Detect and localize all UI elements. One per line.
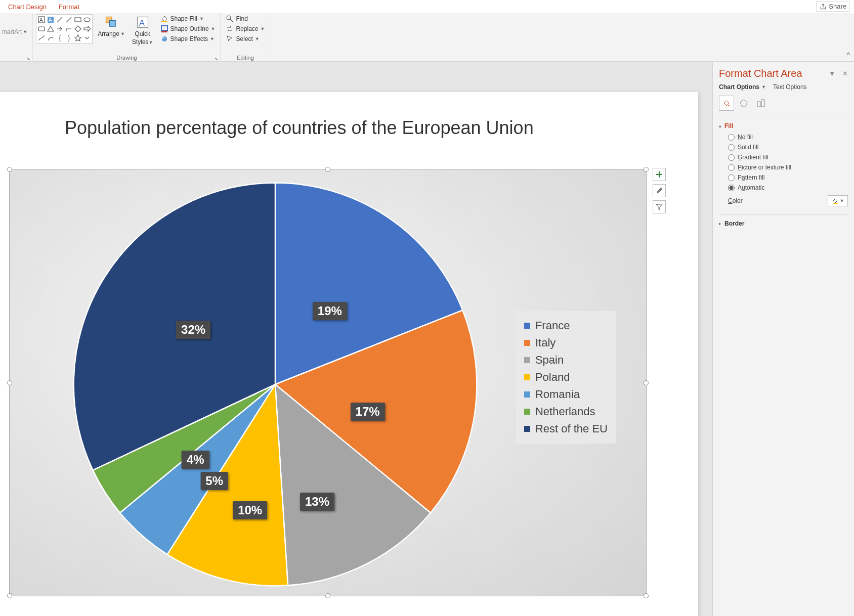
legend-swatch	[524, 426, 530, 432]
shape-roundrect-icon[interactable]	[37, 25, 46, 33]
caret-down-icon: ▴	[719, 123, 721, 128]
svg-point-17	[162, 37, 164, 39]
shape-oval-icon[interactable]	[83, 16, 91, 24]
fill-section-toggle[interactable]: ▴ Fill	[719, 122, 848, 129]
fill-no-fill-radio[interactable]: No fill	[728, 134, 848, 141]
group-label-drawing: Drawing	[36, 55, 217, 62]
pie-chart[interactable]: 19%17%13%10%5%4%32%	[65, 174, 485, 594]
shape-effects-button[interactable]: Shape Effects▼	[158, 34, 218, 43]
legend-item[interactable]: France	[524, 317, 608, 334]
pie-data-label[interactable]: 19%	[313, 302, 347, 320]
chart-styles-button[interactable]	[653, 184, 666, 197]
fill-solid-radio[interactable]: Solid fill	[728, 144, 848, 151]
fill-gradient-radio[interactable]: Gradient fill	[728, 154, 848, 161]
shape-lbrace-icon[interactable]: {	[56, 34, 64, 42]
border-section-toggle[interactable]: ▸ Border	[719, 214, 848, 227]
chart-options-tab[interactable]: Chart Options▼	[719, 83, 766, 91]
resize-handle[interactable]	[644, 593, 649, 598]
tab-format[interactable]: Format	[53, 1, 86, 13]
resize-handle[interactable]	[7, 167, 12, 172]
pie-data-label[interactable]: 10%	[233, 501, 267, 519]
shape-connector-icon[interactable]	[37, 34, 46, 42]
svg-rect-14	[161, 26, 167, 30]
size-category-button[interactable]	[753, 96, 768, 111]
pie-data-label[interactable]: 4%	[182, 451, 209, 469]
legend-label: Italy	[535, 336, 556, 349]
share-button[interactable]: Share	[816, 1, 850, 12]
shape-elbow-icon[interactable]	[65, 25, 73, 33]
shape-rbrace-icon[interactable]: }	[65, 34, 73, 42]
svg-rect-21	[761, 100, 764, 107]
effects-category-button[interactable]	[736, 96, 751, 111]
collapse-ribbon-button[interactable]: ^	[846, 51, 850, 59]
resize-handle[interactable]	[644, 167, 649, 172]
shape-star-icon[interactable]	[74, 34, 82, 42]
pane-options-button[interactable]: ▼	[829, 70, 835, 77]
shape-rect-icon[interactable]	[74, 16, 82, 24]
svg-rect-22	[833, 203, 838, 204]
find-button[interactable]: Find	[224, 14, 267, 23]
select-button[interactable]: Select▼	[224, 34, 267, 43]
shapes-gallery[interactable]: A A { }	[36, 14, 93, 43]
replace-button[interactable]: Replace▼	[224, 24, 267, 33]
pie-data-label[interactable]: 17%	[351, 403, 385, 421]
shape-diamond-icon[interactable]	[74, 25, 82, 33]
shape-fill-button[interactable]: Shape Fill▼	[158, 14, 218, 23]
chart-area[interactable]: 19%17%13%10%5%4%32% FranceItalySpainPola…	[9, 169, 647, 596]
caret-down-icon: ▼	[120, 31, 125, 36]
shape-textbox-icon[interactable]: A	[37, 16, 46, 24]
tab-chart-design[interactable]: Chart Design	[2, 1, 53, 13]
fill-pattern-radio[interactable]: Pattern fill	[728, 174, 848, 181]
chart-title[interactable]: Population percentage of countries of th…	[65, 117, 534, 139]
svg-text:A: A	[139, 18, 145, 27]
pie-data-label[interactable]: 32%	[176, 321, 210, 339]
arrange-button[interactable]: Arrange▼	[96, 14, 127, 38]
svg-line-19	[230, 19, 233, 22]
quick-styles-button[interactable]: A QuickStyles▼	[130, 14, 155, 47]
legend-item[interactable]: Poland	[524, 369, 608, 386]
shape-line2-icon[interactable]	[65, 16, 73, 24]
chart-elements-button[interactable]	[653, 168, 666, 181]
legend[interactable]: FranceItalySpainPolandRomaniaNetherlands…	[516, 311, 616, 444]
smartart-button[interactable]: martArt▼	[0, 14, 29, 36]
fill-automatic-radio[interactable]: Automatic	[728, 184, 848, 191]
resize-handle[interactable]	[325, 167, 330, 172]
color-picker-button[interactable]: ▼	[828, 195, 848, 206]
shape-triangle-icon[interactable]	[47, 25, 55, 33]
chart-filters-button[interactable]	[653, 200, 666, 213]
caret-down-icon: ▼	[211, 26, 216, 31]
fill-picture-radio[interactable]: Picture or texture fill	[728, 164, 848, 171]
resize-handle[interactable]	[7, 380, 12, 385]
resize-handle[interactable]	[644, 380, 649, 385]
legend-item[interactable]: Rest of the EU	[524, 420, 608, 437]
slide[interactable]: Population percentage of countries of th…	[0, 92, 698, 616]
pie-data-label[interactable]: 13%	[300, 493, 334, 511]
shape-line-icon[interactable]	[56, 16, 64, 24]
svg-rect-15	[161, 31, 167, 32]
shape-more-icon[interactable]	[83, 34, 91, 42]
svg-rect-13	[161, 21, 167, 22]
shape-textbox2-icon[interactable]: A	[47, 16, 55, 24]
slide-area[interactable]: Population percentage of countries of th…	[0, 62, 712, 616]
shape-arrow-icon[interactable]	[56, 25, 64, 33]
pie-data-label[interactable]: 5%	[200, 472, 228, 490]
shape-curve-icon[interactable]	[47, 34, 55, 42]
legend-label: Spain	[535, 354, 564, 367]
fill-line-category-button[interactable]	[719, 96, 734, 111]
legend-item[interactable]: Spain	[524, 351, 608, 369]
legend-item[interactable]: Italy	[524, 334, 608, 351]
plus-icon	[655, 170, 663, 179]
legend-swatch	[524, 409, 530, 415]
svg-rect-8	[38, 27, 45, 31]
legend-item[interactable]: Romania	[524, 386, 608, 403]
format-pane: Format Chart Area ▼ ✕ Chart Options▼ Tex…	[712, 62, 854, 616]
text-options-tab[interactable]: Text Options	[773, 83, 807, 91]
svg-text:A: A	[49, 17, 52, 23]
shape-outline-button[interactable]: Shape Outline▼	[158, 24, 218, 33]
resize-handle[interactable]	[7, 593, 12, 598]
color-label: Color	[728, 197, 743, 204]
shape-arrow2-icon[interactable]	[83, 25, 91, 33]
close-button[interactable]: ✕	[842, 70, 848, 77]
replace-icon	[226, 25, 234, 33]
legend-item[interactable]: Netherlands	[524, 403, 608, 420]
